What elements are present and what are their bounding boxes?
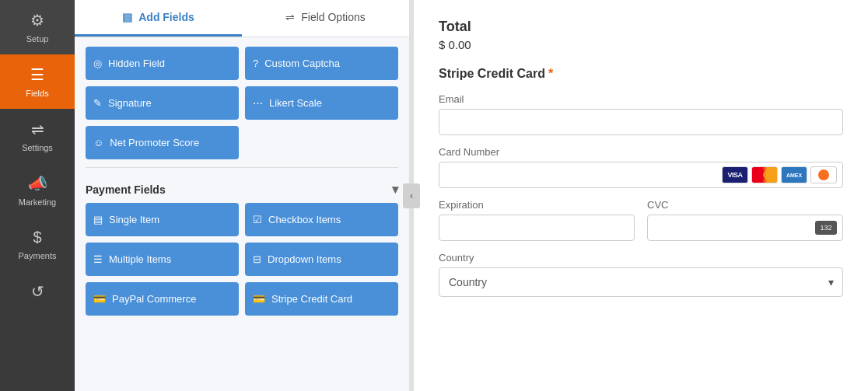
form-price-value: $ 0.00 [439,38,843,51]
visa-logo: VISA [722,166,748,183]
expiration-input[interactable] [439,215,635,241]
country-select-wrapper: Country ▾ [439,267,843,297]
main-content-area: Total $ 0.00 Stripe Credit Card * Email … [414,0,868,391]
gear-icon: ⚙ [30,11,44,30]
cvc-wrapper: 132 [647,215,843,241]
expiry-cvc-group: Expiration CVC 132 [439,199,843,241]
sidebar-item-fields[interactable]: ☰ Fields [0,54,75,109]
email-field-group: Email [439,93,843,135]
form-total-title: Total [439,19,843,35]
captcha-icon: ? [253,58,258,69]
card-number-wrapper: VISA AMEX [439,162,843,188]
sidebar-label-setup: Setup [26,34,49,44]
multiple-items-icon: ☰ [93,253,103,265]
sidebar-label-fields: Fields [26,89,48,98]
email-input[interactable] [439,109,843,135]
cvc-label: CVC [647,199,843,211]
net-promoter-score-button[interactable]: ☺ Net Promoter Score [86,126,239,159]
tab-field-options[interactable]: ⇌ Field Options [242,0,409,37]
stripe-icon: 💳 [253,293,265,305]
svg-point-1 [763,170,772,180]
advanced-fields-grid: ◎ Hidden Field ? Custom Captcha ✎ Signat… [86,47,398,159]
dropdown-items-icon: ⊟ [253,253,261,265]
sidebar-label-payments: Payments [19,251,57,260]
required-star: * [548,67,553,81]
add-fields-tab-icon: ▤ [122,11,132,23]
sidebar-item-settings[interactable]: ⇌ Settings [0,109,75,163]
stripe-credit-card-button[interactable]: 💳 Stripe Credit Card [245,282,398,316]
dropdown-items-button[interactable]: ⊟ Dropdown Items [245,243,398,276]
single-item-icon: ▤ [93,214,103,225]
history-icon: ↺ [31,282,44,301]
fields-panel: ▤ Add Fields ⇌ Field Options ◎ Hidden Fi… [75,0,409,391]
sidebar: ⚙ Setup ☰ Fields ⇌ Settings 📣 Marketing … [0,0,75,391]
paypal-icon: 💳 [93,293,106,305]
expiration-label: Expiration [439,199,635,211]
fields-content: ◎ Hidden Field ? Custom Captcha ✎ Signat… [75,37,409,391]
cvc-card-icon: 132 [815,221,837,235]
checkbox-items-button[interactable]: ☑ Checkbox Items [245,203,398,236]
hidden-field-button[interactable]: ◎ Hidden Field [86,47,239,80]
collapse-arrow-icon: ▾ [392,182,398,197]
tabs-bar: ▤ Add Fields ⇌ Field Options [75,0,409,37]
panel-separator: ‹ [409,0,414,391]
expiration-field-group: Expiration [439,199,635,241]
sidebar-item-marketing[interactable]: 📣 Marketing [0,163,75,218]
marketing-icon: 📣 [28,174,47,193]
fields-icon: ☰ [30,65,44,84]
stripe-credit-card-section-label: Stripe Credit Card * [439,67,843,81]
multiple-items-button[interactable]: ☰ Multiple Items [86,243,239,276]
single-item-button[interactable]: ▤ Single Item [86,203,239,236]
card-number-field-group: Card Number VISA AMEX [439,146,843,188]
likert-scale-button[interactable]: ⋯ Likert Scale [245,86,398,120]
sidebar-label-marketing: Marketing [19,197,56,207]
tab-add-fields-label: Add Fields [138,11,194,23]
email-label: Email [439,93,843,105]
collapse-icon: ‹ [410,190,413,201]
likert-icon: ⋯ [253,97,263,109]
payment-fields-section-header[interactable]: Payment Fields ▾ [86,174,398,203]
tab-add-fields[interactable]: ▤ Add Fields [75,0,242,37]
sidebar-item-payments[interactable]: $ Payments [0,218,75,271]
signature-button[interactable]: ✎ Signature [86,86,239,120]
cvc-input[interactable] [647,215,843,241]
payment-fields-label: Payment Fields [86,183,166,196]
mastercard-logo [751,166,778,183]
country-field-group: Country Country ▾ [439,252,843,297]
nps-icon: ☺ [93,137,103,148]
discover-logo [810,166,837,183]
payment-fields-grid: ▤ Single Item ☑ Checkbox Items ☰ Multipl… [86,203,398,316]
amex-logo: AMEX [781,166,807,183]
section-divider [86,167,398,168]
collapse-panel-button[interactable]: ‹ [403,183,420,208]
country-select[interactable]: Country [439,267,843,297]
field-options-tab-icon: ⇌ [285,11,295,23]
payments-icon: $ [33,229,41,246]
paypal-commerce-button[interactable]: 💳 PayPal Commerce [86,282,239,316]
signature-icon: ✎ [93,97,102,109]
sidebar-item-setup[interactable]: ⚙ Setup [0,0,75,54]
checkbox-items-icon: ☑ [253,214,262,225]
tab-field-options-label: Field Options [301,11,365,23]
custom-captcha-button[interactable]: ? Custom Captcha [245,47,398,80]
country-label: Country [439,252,843,264]
sidebar-item-history[interactable]: ↺ [0,271,75,312]
cvc-field-group: CVC 132 [647,199,843,241]
sidebar-label-settings: Settings [22,143,53,152]
card-number-label: Card Number [439,146,843,158]
card-logos: VISA AMEX [722,166,837,183]
settings-icon: ⇌ [31,120,44,138]
hidden-field-icon: ◎ [93,58,102,69]
